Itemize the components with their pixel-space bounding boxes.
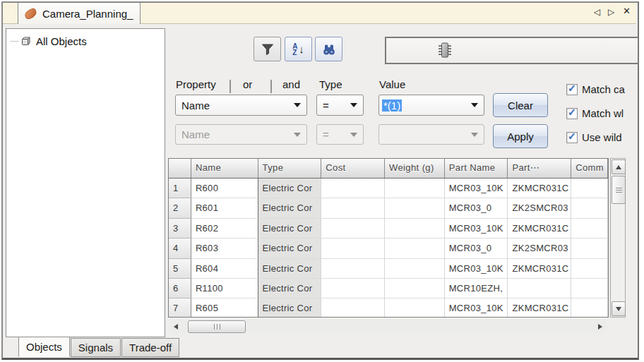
table-cell[interactable]: Electric Cor — [258, 219, 322, 239]
table-cell[interactable]: Electric Cor — [258, 198, 322, 218]
bottom-tab-trade-off[interactable]: Trade-off — [121, 338, 179, 357]
table-cell[interactable] — [321, 298, 385, 318]
document-tab[interactable]: Camera_Planning_ — [18, 3, 141, 24]
table-cell[interactable] — [571, 219, 608, 239]
table-cell[interactable] — [571, 259, 608, 279]
table-cell[interactable] — [385, 198, 445, 218]
table-cell[interactable]: MCR03_10K — [445, 259, 508, 279]
filter-button[interactable] — [254, 37, 281, 61]
table-cell[interactable]: ZKMCR031C — [508, 179, 571, 198]
table-cell[interactable] — [321, 198, 385, 218]
vertical-scrollbar[interactable] — [610, 158, 626, 318]
row-number[interactable]: 7 — [169, 298, 191, 318]
find-button[interactable] — [315, 37, 342, 61]
table-cell[interactable]: R604 — [191, 259, 258, 279]
table-cell[interactable]: Electric Cor — [258, 179, 322, 198]
nav-next-icon[interactable]: ▷ — [608, 7, 614, 17]
table-cell[interactable] — [385, 298, 445, 318]
table-cell[interactable]: ZK2SMCR03 — [508, 198, 571, 218]
bottom-tab-objects[interactable]: Objects — [18, 337, 70, 357]
row-number[interactable]: 2 — [169, 198, 191, 218]
table-cell[interactable] — [385, 219, 445, 239]
table-cell[interactable] — [385, 239, 445, 258]
table-cell[interactable] — [321, 239, 385, 258]
value-combo-1[interactable]: *(1) — [378, 95, 484, 116]
table-cell[interactable] — [571, 298, 608, 318]
table-cell[interactable]: Electric Cor — [258, 259, 322, 279]
table-cell[interactable]: MCR03_0 — [445, 239, 508, 258]
and-checkbox[interactable] — [270, 80, 272, 93]
table-cell[interactable] — [321, 179, 385, 198]
tree-item-all-objects[interactable]: All Objects — [11, 35, 87, 47]
table-cell[interactable] — [571, 239, 608, 258]
table-cell[interactable] — [385, 259, 445, 279]
checkbox-use-wild[interactable] — [566, 132, 578, 143]
property-combo-1[interactable]: Name — [175, 95, 307, 116]
table-cell[interactable] — [321, 279, 385, 298]
row-number[interactable]: 1 — [169, 179, 191, 198]
table-cell[interactable] — [321, 259, 385, 279]
scroll-left-button[interactable] — [169, 320, 181, 332]
row-number[interactable]: 4 — [169, 239, 191, 258]
column-header-comm[interactable]: Comm — [571, 159, 608, 178]
sort-button[interactable]: A Z ↓ — [285, 37, 312, 61]
table-cell[interactable]: MCR03_0 — [445, 198, 508, 218]
table-cell[interactable] — [385, 179, 445, 198]
scroll-down-button[interactable] — [612, 301, 626, 316]
table-cell[interactable]: R603 — [191, 239, 258, 258]
table-cell[interactable] — [571, 279, 608, 298]
triangle-left-icon — [174, 324, 178, 330]
column-header-part-name[interactable]: Part Name — [445, 159, 508, 178]
table-cell[interactable]: R602 — [191, 219, 258, 239]
table-cell[interactable]: MCR03_10K — [445, 219, 508, 239]
checkbox-match-wl[interactable] — [566, 108, 578, 119]
table-cell[interactable]: MCR10EZH, — [445, 279, 508, 298]
table-cell[interactable] — [321, 219, 385, 239]
table-cell[interactable]: R600 — [191, 179, 258, 198]
table-cell[interactable] — [385, 279, 445, 298]
or-checkbox[interactable] — [229, 80, 231, 93]
component-target-field[interactable] — [385, 37, 639, 64]
column-header-rownum[interactable] — [169, 159, 191, 178]
table-cell[interactable]: ZKMCR031C — [508, 219, 571, 239]
table-cell[interactable]: ZK2SMCR03 — [508, 239, 571, 258]
bottom-tab-signals[interactable]: Signals — [71, 338, 121, 357]
table-cell[interactable]: MCR03_10K — [445, 179, 508, 198]
row-number[interactable]: 3 — [169, 219, 191, 239]
table-cell[interactable] — [508, 279, 571, 298]
row-number[interactable]: 6 — [169, 279, 191, 298]
nav-prev-icon[interactable]: ◁ — [594, 7, 600, 17]
column-header-cost[interactable]: Cost — [321, 159, 385, 178]
table-cell[interactable]: R601 — [191, 198, 258, 218]
clear-button[interactable]: Clear — [493, 93, 548, 117]
apply-button[interactable]: Apply — [493, 124, 548, 148]
checkbox-match-ca[interactable] — [566, 84, 578, 95]
table-cell[interactable]: R1100 — [191, 279, 258, 298]
operator-combo-1[interactable]: = — [316, 95, 364, 116]
horizontal-scrollbar-thumb[interactable] — [188, 320, 246, 333]
table-cell[interactable]: Electric Cor — [258, 239, 322, 258]
table-cell[interactable]: ZKMCR031C — [508, 259, 571, 279]
column-header-weight-g-[interactable]: Weight (g) — [385, 159, 445, 178]
row-number[interactable]: 5 — [169, 259, 191, 279]
vertical-scrollbar-thumb[interactable] — [612, 176, 626, 204]
column-header-type[interactable]: Type — [258, 159, 322, 178]
table-cell[interactable] — [571, 179, 608, 198]
table-cell[interactable]: R605 — [191, 298, 258, 318]
value-combo-2 — [378, 124, 484, 145]
operator-combo-1-value: = — [323, 99, 350, 111]
table-cell[interactable]: MCR03_10K — [445, 298, 508, 318]
table-cell[interactable]: Electric Cor — [258, 279, 322, 298]
column-header-part-[interactable]: Part⋯ — [508, 159, 571, 178]
operator-combo-2-value: = — [323, 128, 350, 140]
scroll-up-button[interactable] — [612, 159, 626, 174]
scroll-right-button[interactable] — [594, 320, 606, 332]
horizontal-scrollbar[interactable] — [169, 320, 606, 333]
triangle-up-icon — [616, 165, 621, 169]
close-icon[interactable]: ✕ — [623, 6, 631, 16]
table-cell[interactable] — [571, 198, 608, 218]
table-cell[interactable]: Electric Cor — [258, 298, 322, 318]
table-cell[interactable]: ZKMCR031C — [508, 298, 571, 318]
column-header-name[interactable]: Name — [191, 159, 258, 178]
chevron-down-icon — [294, 103, 301, 107]
